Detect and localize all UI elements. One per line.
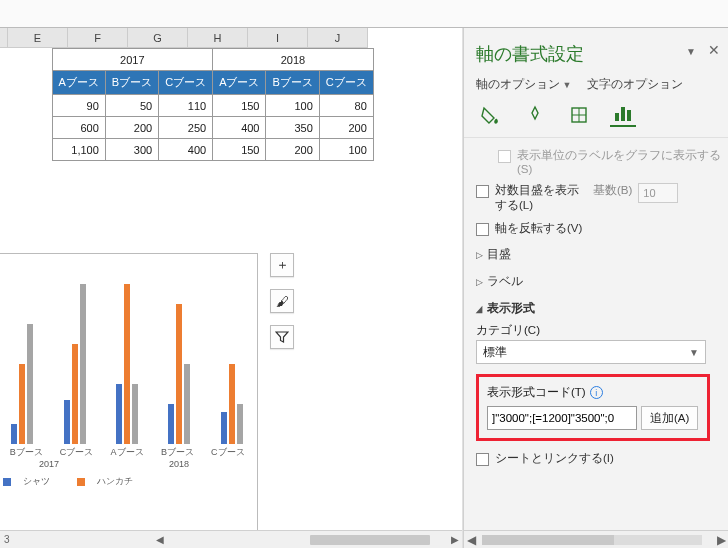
pane-menu-button[interactable]: ▼ (686, 46, 696, 57)
year-2018: 2018 (213, 49, 374, 71)
bar[interactable] (27, 324, 33, 444)
bar-group[interactable] (106, 284, 148, 444)
section-labels[interactable]: ラベル (476, 267, 722, 294)
format-code-label: 表示形式コード(T) (487, 385, 586, 400)
svg-rect-3 (621, 107, 625, 121)
log-base-input[interactable] (638, 183, 678, 203)
column-header[interactable]: F (68, 28, 128, 48)
format-code-input[interactable] (487, 406, 637, 430)
data-cell[interactable]: 200 (319, 117, 373, 139)
data-cell[interactable]: 80 (319, 95, 373, 117)
bar[interactable] (237, 404, 243, 444)
category-label: Cブース (51, 446, 101, 459)
category-label: Cブース (203, 446, 253, 459)
bar[interactable] (11, 424, 17, 444)
svg-rect-4 (627, 110, 631, 121)
bar[interactable] (116, 384, 122, 444)
size-properties-icon[interactable] (566, 103, 592, 127)
column-header[interactable]: J (308, 28, 368, 48)
effects-icon[interactable] (522, 103, 548, 127)
column-header[interactable]: H (188, 28, 248, 48)
brush-icon: 🖌 (276, 294, 289, 309)
axis-options-icon[interactable] (610, 103, 636, 127)
data-cell[interactable]: 300 (105, 139, 158, 161)
bar[interactable] (229, 364, 235, 444)
section-tick-marks[interactable]: 目盛 (476, 240, 722, 267)
year-2017: 2017 (52, 49, 213, 71)
category-select[interactable]: 標準▼ (476, 340, 706, 364)
column-header[interactable]: I (248, 28, 308, 48)
column-header[interactable]: E (8, 28, 68, 48)
ribbon-strip (0, 0, 728, 28)
bar[interactable] (132, 384, 138, 444)
bar[interactable] (19, 364, 25, 444)
data-cell[interactable]: 1,100 (52, 139, 105, 161)
category-label: Aブース (102, 446, 152, 459)
data-cell[interactable]: 100 (266, 95, 319, 117)
reverse-axis-checkbox[interactable]: 軸を反転する(V) (476, 217, 722, 240)
bar[interactable] (64, 400, 70, 444)
funnel-icon (275, 330, 289, 344)
data-cell[interactable]: 400 (213, 117, 266, 139)
chart-filter-button[interactable] (270, 325, 294, 349)
info-icon[interactable]: i (590, 386, 603, 399)
booth-header: Cブース (159, 71, 213, 95)
chart-styles-button[interactable]: 🖌 (270, 289, 294, 313)
data-cell[interactable]: 50 (105, 95, 158, 117)
bar-group[interactable] (53, 284, 95, 444)
format-code-highlight: 表示形式コード(T) i 追加(A) (476, 374, 710, 441)
bar[interactable] (176, 304, 182, 444)
booth-header: Aブース (213, 71, 266, 95)
plus-icon: ＋ (276, 256, 289, 274)
log-scale-checkbox[interactable]: 対数目盛を表示する(L) 基数(B) (476, 179, 722, 217)
column-headers: EFGHIJ (0, 28, 462, 48)
bar[interactable] (80, 284, 86, 444)
data-cell[interactable]: 150 (213, 95, 266, 117)
booth-header: Bブース (105, 71, 158, 95)
status-text: 3 (4, 534, 10, 545)
data-table[interactable]: 2017 2018 AブースBブースCブースAブースBブースCブース 90501… (0, 48, 374, 161)
chart-add-element-button[interactable]: ＋ (270, 253, 294, 277)
section-number-format[interactable]: 表示形式 (476, 294, 722, 321)
link-to-sheet-checkbox[interactable]: シートとリンクする(I) (476, 447, 722, 470)
svg-marker-0 (532, 107, 538, 119)
scrollbar-thumb[interactable] (310, 535, 430, 545)
format-axis-pane: 軸の書式設定 ▼ ✕ 軸のオプション 文字のオプション 表示単位のラベルをグラフ… (463, 28, 728, 548)
data-cell[interactable]: 100 (319, 139, 373, 161)
data-cell[interactable]: 200 (266, 139, 319, 161)
data-cell[interactable]: 110 (159, 95, 213, 117)
booth-header: Bブース (266, 71, 319, 95)
display-unit-label-checkbox: 表示単位のラベルをグラフに表示する(S) (476, 144, 722, 179)
bar[interactable] (184, 364, 190, 444)
bar-group[interactable] (211, 364, 253, 444)
tab-axis-options[interactable]: 軸のオプション (476, 77, 571, 91)
tab-text-options[interactable]: 文字のオプション (587, 77, 683, 91)
bar[interactable] (168, 404, 174, 444)
data-cell[interactable]: 200 (105, 117, 158, 139)
booth-header: Cブース (319, 71, 373, 95)
data-cell[interactable]: 90 (52, 95, 105, 117)
sheet-horizontal-scrollbar[interactable]: 3 ◀ ▶ (0, 530, 462, 548)
category-label: Bブース (1, 446, 51, 459)
bar[interactable] (124, 284, 130, 444)
bar-group[interactable] (158, 304, 200, 444)
category-label: カテゴリ(C) (476, 323, 722, 338)
data-cell[interactable]: 400 (159, 139, 213, 161)
embedded-chart[interactable]: BブースCブースAブースBブースCブース 20172018 シャツ ハンカチ (0, 253, 258, 533)
chart-legend: シャツ ハンカチ (0, 469, 257, 494)
booth-header: Aブース (52, 71, 105, 95)
pane-horizontal-scrollbar[interactable]: ◀▶ (464, 530, 728, 548)
data-cell[interactable]: 600 (52, 117, 105, 139)
data-cell[interactable]: 250 (159, 117, 213, 139)
data-cell[interactable]: 150 (213, 139, 266, 161)
worksheet-area[interactable]: EFGHIJ 2017 2018 AブースBブースCブースAブースBブースCブー… (0, 28, 463, 548)
fill-line-icon[interactable] (478, 103, 504, 127)
svg-rect-2 (615, 113, 619, 121)
bar-group[interactable] (1, 324, 43, 444)
bar[interactable] (221, 412, 227, 444)
data-cell[interactable]: 350 (266, 117, 319, 139)
column-header[interactable]: G (128, 28, 188, 48)
pane-close-button[interactable]: ✕ (708, 42, 720, 58)
bar[interactable] (72, 344, 78, 444)
add-format-button[interactable]: 追加(A) (641, 406, 698, 430)
